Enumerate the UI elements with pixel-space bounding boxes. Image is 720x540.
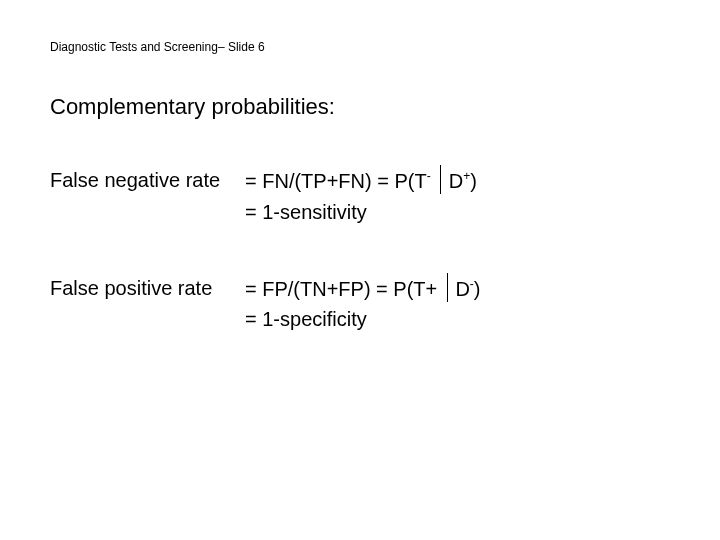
conditional-bar-icon <box>440 165 441 194</box>
section-title: Complementary probabilities: <box>50 94 670 120</box>
fnr-eq1-sup1: - <box>427 169 431 183</box>
fpr-eq1-part-b: D <box>455 277 469 299</box>
fnr-eq1-part-b: D <box>449 170 463 192</box>
fpr-label: False positive rate <box>50 273 245 304</box>
conditional-bar-icon <box>447 273 448 302</box>
fnr-label: False negative rate <box>50 165 245 196</box>
fpr-eq1-part-c: ) <box>474 277 481 299</box>
fpr-eq1-part-a: = FP/(TN+FP) = P(T+ <box>245 277 437 299</box>
fnr-equation-2: = 1-sensitivity <box>245 197 670 228</box>
false-positive-block: False positive rate = FP/(TN+FP) = P(T+ … <box>50 273 670 336</box>
fpr-equation-2: = 1-specificity <box>245 304 670 335</box>
false-negative-block: False negative rate = FN/(TP+FN) = P(T- … <box>50 165 670 228</box>
fpr-equation-1: = FP/(TN+FP) = P(T+ D-) <box>245 273 670 305</box>
slide: Diagnostic Tests and Screening– Slide 6 … <box>0 0 720 540</box>
fnr-equation-1: = FN/(TP+FN) = P(T- D+) <box>245 165 670 197</box>
slide-header: Diagnostic Tests and Screening– Slide 6 <box>50 40 670 54</box>
fnr-eq1-part-a: = FN/(TP+FN) = P(T <box>245 170 427 192</box>
fnr-eq1-part-c: ) <box>470 170 477 192</box>
